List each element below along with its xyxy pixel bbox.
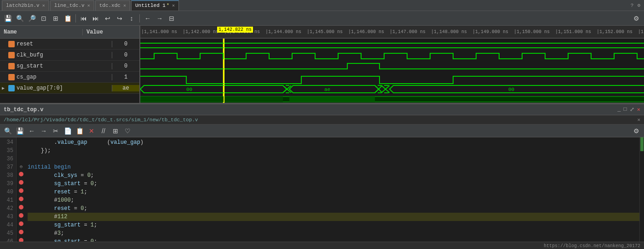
breakpoint-45[interactable] xyxy=(19,230,23,234)
svg-text:|1,149.000 ns: |1,149.000 ns xyxy=(472,29,508,34)
code-line-37: initial begin xyxy=(28,163,639,171)
code-cut-button[interactable]: ✂ xyxy=(51,126,61,136)
code-save-button[interactable]: 💾 xyxy=(15,126,25,136)
marker-40-bp[interactable] xyxy=(17,188,26,196)
status-bar: https://blog.csdn.net/nankeng_20172 xyxy=(0,242,644,249)
signal-icon-reset xyxy=(8,41,15,47)
back-button[interactable]: ↩ xyxy=(103,13,113,23)
minus-button[interactable]: ⊟ xyxy=(167,13,177,23)
svg-text:|1,150.000 ns: |1,150.000 ns xyxy=(514,29,550,34)
tab-label: tdc.xdc xyxy=(99,3,121,8)
filepath-text: /home/lcl/Prj/Vivado/tdc/tdc_t/tdc_t.src… xyxy=(4,117,198,123)
svg-text:|1,146.000 ns: |1,146.000 ns xyxy=(348,29,384,34)
zoom-out-button[interactable]: 🔎 xyxy=(27,13,37,23)
svg-marker-22 xyxy=(289,85,379,93)
right-button[interactable]: → xyxy=(155,13,165,23)
signal-icon-value-gap xyxy=(8,85,15,91)
tab-close-latch2bin[interactable]: ✕ xyxy=(42,3,45,8)
expand-button[interactable]: ⊞ xyxy=(51,13,61,23)
signal-row-value-gap[interactable]: ▶ value_gap[7:0] ae xyxy=(0,83,139,94)
expand-value-gap[interactable]: ▶ xyxy=(0,85,6,91)
close-panel-button[interactable]: ✕ xyxy=(637,106,640,113)
filepath-close[interactable]: ✕ xyxy=(637,117,640,123)
code-delete-button[interactable]: ✕ xyxy=(86,126,97,136)
tab-close-line-tdc[interactable]: ✕ xyxy=(87,3,90,8)
tab-close-tdc-xdc[interactable]: ✕ xyxy=(123,3,126,8)
code-panel-title: tb_tdc_top.v xyxy=(4,107,617,113)
tab-label: latch2bin.v xyxy=(6,3,40,8)
signal-value-sg-start: 0 xyxy=(112,63,139,69)
code-comment-button[interactable]: // xyxy=(98,126,109,136)
waveform-svg: 00 ae 00 xyxy=(140,39,644,103)
code-forward-button[interactable]: → xyxy=(39,126,49,136)
code-copy-button[interactable]: 📄 xyxy=(63,126,73,136)
marker-46-bp[interactable] xyxy=(17,238,26,242)
svg-text:00: 00 xyxy=(186,87,192,92)
breakpoint-41[interactable] xyxy=(19,197,23,201)
svg-marker-16 xyxy=(140,85,287,93)
breakpoint-44[interactable] xyxy=(19,221,23,226)
signal-icon-sg-start xyxy=(8,63,15,69)
code-line-36 xyxy=(28,155,639,163)
marker-38-bp[interactable] xyxy=(17,171,26,180)
save-button[interactable]: 💾 xyxy=(3,13,13,23)
signal-name-sg-start: sg_start xyxy=(17,63,112,69)
code-paste-button[interactable]: 📋 xyxy=(75,126,85,136)
code-back-button[interactable]: ← xyxy=(27,126,37,136)
restore-button[interactable]: □ xyxy=(624,106,627,113)
marker-42-bp[interactable] xyxy=(17,204,26,213)
code-search-button[interactable]: 🔍 xyxy=(3,126,13,136)
code-indent-button[interactable]: ⊞ xyxy=(110,126,121,136)
marker-45-bp[interactable] xyxy=(17,229,26,238)
line-markers: ⊖ ⊖ xyxy=(17,137,26,242)
zoom-fit-button[interactable]: ⊡ xyxy=(39,13,49,23)
tab-close-untitled[interactable]: ✕ xyxy=(172,3,175,8)
copy-button[interactable]: 📋 xyxy=(63,13,73,23)
help-button[interactable]: ? xyxy=(631,3,638,8)
breakpoint-42[interactable] xyxy=(19,205,23,209)
svg-rect-35 xyxy=(140,96,283,102)
breakpoint-39[interactable] xyxy=(19,180,23,185)
breakpoint-40[interactable] xyxy=(19,188,23,193)
signal-row-sg-start[interactable]: sg_start 0 xyxy=(0,61,139,72)
code-line-41: #1000; xyxy=(28,196,639,204)
breakpoint-43[interactable] xyxy=(19,213,23,218)
waveform-canvas[interactable]: 1,142.822 ns |1,141.000 ns |1,142.000 ns… xyxy=(140,26,644,103)
breakpoint-38[interactable] xyxy=(19,172,23,176)
zoom-in-button[interactable]: 🔍 xyxy=(15,13,25,23)
gear-button[interactable]: ⚙ xyxy=(631,13,641,23)
waveform-area: Name Value reset 0 clk_bufg 0 sg_start 0 xyxy=(0,26,644,104)
code-bookmark-button[interactable]: ♡ xyxy=(122,126,132,136)
name-column-header: Name xyxy=(0,29,83,35)
code-gear-button[interactable]: ⚙ xyxy=(631,126,641,136)
marker-44-bp[interactable] xyxy=(17,221,26,229)
tab-latch2bin[interactable]: latch2bin.v ✕ xyxy=(2,0,49,11)
tab-untitled[interactable]: Untitled 1 * ✕ xyxy=(131,0,179,11)
marker-43-bp[interactable] xyxy=(17,213,26,221)
signal-row-cs-gap[interactable]: cs_gap 1 xyxy=(0,72,139,83)
tab-tdc-xdc[interactable]: tdc.xdc ✕ xyxy=(95,0,130,11)
code-lines[interactable]: .value_gap (value_gap) }); initial begin… xyxy=(26,137,639,242)
signal-icon-clk-bufg xyxy=(8,52,15,58)
left-button[interactable]: ← xyxy=(143,13,153,23)
marker-41-bp[interactable] xyxy=(17,196,26,204)
next-button[interactable]: ⏭ xyxy=(91,13,101,23)
signal-row-clk-bufg[interactable]: clk_bufg 0 xyxy=(0,50,139,61)
maximize-button[interactable]: ⤢ xyxy=(630,106,634,113)
signal-row-reset[interactable]: reset 0 xyxy=(0,39,139,50)
marker-39-bp[interactable] xyxy=(17,180,26,188)
swap-button[interactable]: ↕ xyxy=(126,13,137,23)
separator-2 xyxy=(139,14,140,23)
cursor-time-label: 1,142.822 ns xyxy=(217,27,253,33)
breakpoint-46[interactable] xyxy=(19,238,23,242)
line-numbers: 34 35 36 37 38 39 40 41 42 43 44 45 46 4… xyxy=(0,137,17,242)
settings-icon[interactable]: ⚙ xyxy=(637,2,644,8)
minimize-button[interactable]: _ xyxy=(617,106,621,113)
prev-button[interactable]: ⏮ xyxy=(79,13,89,23)
marker-36 xyxy=(17,155,26,163)
code-toolbar: 🔍 💾 ← → ✂ 📄 📋 ✕ // ⊞ ♡ ⚙ xyxy=(0,124,644,137)
forward-button[interactable]: ↪ xyxy=(115,13,125,23)
marker-37-collapse[interactable]: ⊖ xyxy=(17,163,26,171)
tab-line-tdc[interactable]: line_tdc.v ✕ xyxy=(50,0,94,11)
value-column-header: Value xyxy=(83,29,103,35)
